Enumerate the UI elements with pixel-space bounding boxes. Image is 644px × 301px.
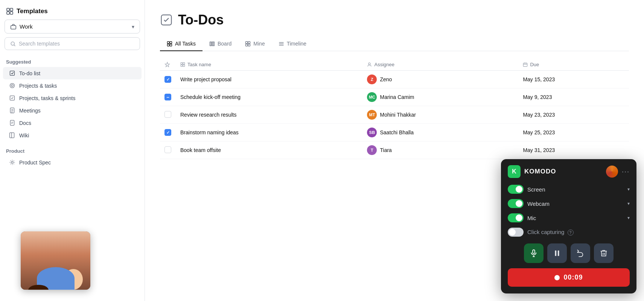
record-button[interactable]: 00:09 (508, 268, 630, 287)
target-icon (9, 82, 15, 89)
doc2-icon (9, 120, 15, 126)
screen-toggle[interactable] (508, 185, 524, 194)
tab-label: Board (218, 41, 231, 47)
undo-button[interactable] (571, 243, 590, 263)
svg-rect-11 (10, 120, 14, 126)
komodo-panel: K KOMODO ··· Screen ▾ Webcam ▾ Mic ▾ (501, 159, 636, 293)
svg-rect-31 (183, 65, 185, 67)
task-name-cell: Write project proposal (176, 71, 362, 88)
webcam-label: Webcam (527, 201, 550, 207)
komodo-header-right: ··· (606, 166, 630, 178)
task-checkbox[interactable] (164, 76, 171, 83)
click-capturing-toggle[interactable] (508, 228, 524, 237)
sidebar-item-product-spec[interactable]: Product Spec (3, 156, 142, 169)
svg-point-7 (10, 84, 15, 88)
sidebar-item-label: Projects & tasks (19, 83, 57, 89)
doc-icon (9, 107, 15, 114)
task-due-cell: May 9, 2023 (518, 88, 629, 106)
sidebar-item-todo-list[interactable]: To-do list (3, 67, 142, 79)
sidebar-item-label: Product Spec (19, 160, 51, 166)
help-icon[interactable]: ? (568, 230, 574, 236)
task-check-cell[interactable] (160, 124, 176, 141)
work-dropdown-label: Work (20, 23, 33, 30)
svg-rect-21 (246, 41, 248, 43)
task-name-cell: Schedule kick-off meeting (176, 88, 362, 106)
mic-toggle[interactable] (508, 213, 524, 222)
mic-chevron[interactable]: ▾ (627, 215, 630, 220)
task-assignee-cell: MT Mohini Thakkar (362, 106, 518, 124)
task-name-cell: Brainstorm naming ideas (176, 124, 362, 141)
more-menu-icon[interactable]: ··· (622, 168, 630, 176)
avatar: T (367, 145, 377, 155)
svg-rect-15 (170, 41, 172, 43)
sidebar-item-label: Wiki (19, 132, 29, 138)
grid-col-icon (180, 62, 185, 67)
checkbox-icon (9, 70, 15, 76)
templates-icon (6, 8, 14, 15)
task-checkbox[interactable] (164, 146, 171, 153)
tab-label: Mine (253, 41, 265, 47)
tab-timeline[interactable]: Timeline (272, 37, 313, 51)
task-check-cell[interactable] (160, 71, 176, 88)
task-assignee-cell: SB Saatchi Bhalla (362, 124, 518, 141)
grid-icon (167, 41, 172, 47)
task-due-cell: May 23, 2023 (518, 106, 629, 124)
table-row: Brainstorm naming ideas SB Saatchi Bhall… (160, 124, 629, 141)
sidebar-item-meetings[interactable]: Meetings (3, 104, 142, 117)
todo-title-icon (160, 14, 173, 26)
svg-rect-14 (167, 41, 169, 43)
task-assignee-cell: MC Marina Camim (362, 88, 518, 106)
search-icon (10, 41, 16, 47)
work-dropdown[interactable]: Work ▾ (5, 20, 140, 33)
svg-point-32 (368, 63, 370, 65)
task-check-cell[interactable] (160, 88, 176, 106)
svg-rect-3 (10, 12, 13, 14)
sidebar-item-wiki[interactable]: Wiki (3, 129, 142, 141)
svg-rect-1 (10, 8, 13, 11)
table-row: Write project proposal Z Zeno May 15, 20… (160, 71, 629, 88)
mic-button[interactable] (524, 243, 544, 263)
task-checkbox[interactable] (164, 111, 171, 118)
svg-rect-20 (213, 42, 214, 46)
person-icon (367, 62, 372, 67)
search-box[interactable]: Search templates (5, 37, 140, 50)
tab-board[interactable]: Board (202, 37, 238, 51)
click-capturing-toggle-row: Click capturing ? (508, 228, 630, 237)
table-row: Schedule kick-off meeting MC Marina Cami… (160, 88, 629, 106)
task-checkbox[interactable] (164, 129, 171, 136)
checkmark-circle-icon (9, 95, 15, 101)
komodo-header: K KOMODO ··· (508, 165, 630, 178)
svg-point-8 (11, 85, 13, 87)
svg-rect-33 (524, 63, 527, 67)
pause-button[interactable] (547, 243, 567, 263)
tab-mine[interactable]: Mine (238, 37, 271, 51)
komodo-controls (508, 243, 630, 263)
sidebar: Templates Work ▾ Search templates Sugges… (0, 0, 145, 301)
sidebar-item-projects-sprints[interactable]: Projects, tasks & sprints (3, 92, 142, 104)
sidebar-item-label: Docs (19, 120, 31, 126)
task-checkbox[interactable] (164, 94, 171, 100)
webcam-toggle[interactable] (508, 199, 524, 208)
avatar: Z (367, 74, 377, 84)
sidebar-item-docs[interactable]: Docs (3, 117, 142, 129)
svg-rect-18 (210, 42, 211, 46)
task-name-cell: Book team offsite (176, 141, 362, 159)
task-check-cell[interactable] (160, 106, 176, 124)
tab-all-tasks[interactable]: All Tasks (160, 37, 202, 51)
tab-label: Timeline (287, 41, 306, 47)
suggested-label: Suggested (0, 56, 145, 67)
screen-chevron[interactable]: ▾ (627, 187, 630, 192)
avatar: MC (367, 92, 377, 102)
columns-icon (209, 41, 215, 47)
svg-rect-22 (248, 41, 250, 43)
delete-button[interactable] (594, 243, 614, 263)
sidebar-item-projects-tasks[interactable]: Projects & tasks (3, 79, 142, 92)
mine-icon (245, 41, 251, 47)
task-check-cell[interactable] (160, 141, 176, 159)
sidebar-header: Templates (0, 5, 145, 20)
webcam-chevron[interactable]: ▾ (627, 201, 630, 206)
record-timer: 00:09 (563, 274, 583, 281)
microphone-icon (530, 249, 538, 257)
pause-icon (553, 249, 561, 257)
col-due: Due (518, 59, 629, 71)
